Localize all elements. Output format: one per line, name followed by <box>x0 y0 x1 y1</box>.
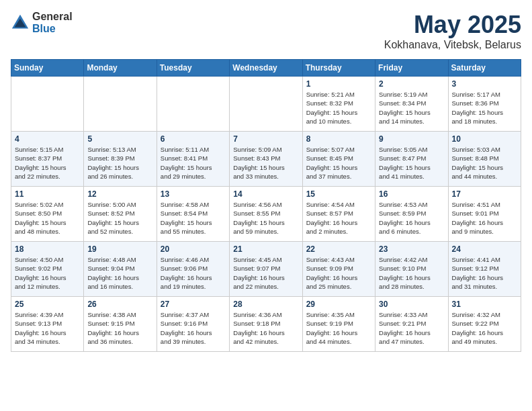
day-info: Sunrise: 4:54 AM Sunset: 8:57 PM Dayligh… <box>306 200 371 236</box>
day-info: Sunrise: 4:58 AM Sunset: 8:54 PM Dayligh… <box>161 200 226 236</box>
calendar-cell: 10Sunrise: 5:03 AM Sunset: 8:48 PM Dayli… <box>448 132 521 187</box>
day-number: 17 <box>452 189 517 199</box>
day-info: Sunrise: 5:09 AM Sunset: 8:43 PM Dayligh… <box>233 145 298 181</box>
day-info: Sunrise: 5:03 AM Sunset: 8:48 PM Dayligh… <box>452 145 517 181</box>
day-number: 16 <box>379 189 444 199</box>
calendar-cell: 5Sunrise: 5:13 AM Sunset: 8:39 PM Daylig… <box>84 132 157 187</box>
calendar-title: May 2025 <box>384 11 521 39</box>
header-thursday: Thursday <box>302 60 375 77</box>
day-info: Sunrise: 5:02 AM Sunset: 8:50 PM Dayligh… <box>15 200 80 236</box>
week-row-3: 11Sunrise: 5:02 AM Sunset: 8:50 PM Dayli… <box>11 187 521 242</box>
calendar-cell: 31Sunrise: 4:32 AM Sunset: 9:22 PM Dayli… <box>448 297 521 352</box>
calendar-cell: 11Sunrise: 5:02 AM Sunset: 8:50 PM Dayli… <box>11 187 84 242</box>
day-number: 11 <box>15 189 80 199</box>
week-row-5: 25Sunrise: 4:39 AM Sunset: 9:13 PM Dayli… <box>11 297 521 352</box>
day-number: 10 <box>452 134 517 144</box>
day-info: Sunrise: 4:37 AM Sunset: 9:16 PM Dayligh… <box>161 310 226 346</box>
day-number: 23 <box>379 244 444 254</box>
calendar-cell: 9Sunrise: 5:05 AM Sunset: 8:47 PM Daylig… <box>375 132 448 187</box>
calendar-cell: 14Sunrise: 4:56 AM Sunset: 8:55 PM Dayli… <box>230 187 302 242</box>
day-info: Sunrise: 4:35 AM Sunset: 9:19 PM Dayligh… <box>306 310 371 346</box>
day-number: 12 <box>87 189 152 199</box>
header-saturday: Saturday <box>448 60 521 77</box>
calendar-cell: 17Sunrise: 4:51 AM Sunset: 9:01 PM Dayli… <box>448 187 521 242</box>
calendar-cell: 30Sunrise: 4:33 AM Sunset: 9:21 PM Dayli… <box>375 297 448 352</box>
day-info: Sunrise: 5:15 AM Sunset: 8:37 PM Dayligh… <box>15 145 80 181</box>
calendar-cell: 7Sunrise: 5:09 AM Sunset: 8:43 PM Daylig… <box>230 132 302 187</box>
calendar-cell: 23Sunrise: 4:42 AM Sunset: 9:10 PM Dayli… <box>375 242 448 297</box>
calendar-location: Kokhanava, Vitebsk, Belarus <box>384 39 521 51</box>
calendar-cell: 6Sunrise: 5:11 AM Sunset: 8:41 PM Daylig… <box>157 132 229 187</box>
calendar-cell: 13Sunrise: 4:58 AM Sunset: 8:54 PM Dayli… <box>157 187 229 242</box>
calendar-cell: 26Sunrise: 4:38 AM Sunset: 9:15 PM Dayli… <box>84 297 157 352</box>
week-row-2: 4Sunrise: 5:15 AM Sunset: 8:37 PM Daylig… <box>11 132 521 187</box>
calendar-cell: 2Sunrise: 5:19 AM Sunset: 8:34 PM Daylig… <box>375 77 448 132</box>
calendar-cell: 12Sunrise: 5:00 AM Sunset: 8:52 PM Dayli… <box>84 187 157 242</box>
day-number: 20 <box>161 244 226 254</box>
day-info: Sunrise: 4:48 AM Sunset: 9:04 PM Dayligh… <box>87 255 152 291</box>
logo-general-text: General <box>32 11 73 23</box>
day-number: 8 <box>306 134 371 144</box>
day-info: Sunrise: 5:07 AM Sunset: 8:45 PM Dayligh… <box>306 145 371 181</box>
day-number: 3 <box>452 79 517 89</box>
day-info: Sunrise: 5:00 AM Sunset: 8:52 PM Dayligh… <box>87 200 152 236</box>
day-number: 1 <box>306 79 371 89</box>
day-info: Sunrise: 5:11 AM Sunset: 8:41 PM Dayligh… <box>161 145 226 181</box>
calendar-table: Sunday Monday Tuesday Wednesday Thursday… <box>11 59 521 352</box>
day-info: Sunrise: 4:56 AM Sunset: 8:55 PM Dayligh… <box>233 200 298 236</box>
day-number: 9 <box>379 134 444 144</box>
calendar-cell: 3Sunrise: 5:17 AM Sunset: 8:36 PM Daylig… <box>448 77 521 132</box>
calendar-cell: 27Sunrise: 4:37 AM Sunset: 9:16 PM Dayli… <box>157 297 229 352</box>
day-number: 22 <box>306 244 371 254</box>
page-header: General Blue May 2025 Kokhanava, Vitebsk… <box>11 11 521 51</box>
day-number: 25 <box>15 300 80 309</box>
calendar-cell: 25Sunrise: 4:39 AM Sunset: 9:13 PM Dayli… <box>11 297 84 352</box>
calendar-cell <box>84 77 157 132</box>
day-number: 30 <box>379 300 444 309</box>
header-wednesday: Wednesday <box>230 60 302 77</box>
day-number: 26 <box>87 300 152 309</box>
day-info: Sunrise: 4:53 AM Sunset: 8:59 PM Dayligh… <box>379 200 444 236</box>
calendar-cell: 8Sunrise: 5:07 AM Sunset: 8:45 PM Daylig… <box>302 132 375 187</box>
week-row-4: 18Sunrise: 4:50 AM Sunset: 9:02 PM Dayli… <box>11 242 521 297</box>
title-block: May 2025 Kokhanava, Vitebsk, Belarus <box>384 11 521 51</box>
day-number: 29 <box>306 300 371 309</box>
header-monday: Monday <box>84 60 157 77</box>
day-number: 21 <box>233 244 298 254</box>
calendar-cell <box>230 77 302 132</box>
day-info: Sunrise: 5:17 AM Sunset: 8:36 PM Dayligh… <box>452 90 517 126</box>
day-info: Sunrise: 4:50 AM Sunset: 9:02 PM Dayligh… <box>15 255 80 291</box>
day-info: Sunrise: 4:51 AM Sunset: 9:01 PM Dayligh… <box>452 200 517 236</box>
day-info: Sunrise: 4:42 AM Sunset: 9:10 PM Dayligh… <box>379 255 444 291</box>
day-info: Sunrise: 5:21 AM Sunset: 8:32 PM Dayligh… <box>306 90 371 126</box>
day-info: Sunrise: 4:39 AM Sunset: 9:13 PM Dayligh… <box>15 310 80 346</box>
calendar-cell: 16Sunrise: 4:53 AM Sunset: 8:59 PM Dayli… <box>375 187 448 242</box>
calendar-cell: 28Sunrise: 4:36 AM Sunset: 9:18 PM Dayli… <box>230 297 302 352</box>
weekday-header-row: Sunday Monday Tuesday Wednesday Thursday… <box>11 60 521 77</box>
week-row-1: 1Sunrise: 5:21 AM Sunset: 8:32 PM Daylig… <box>11 77 521 132</box>
day-info: Sunrise: 4:38 AM Sunset: 9:15 PM Dayligh… <box>87 310 152 346</box>
calendar-cell <box>11 77 84 132</box>
day-number: 24 <box>452 244 517 254</box>
calendar-cell: 15Sunrise: 4:54 AM Sunset: 8:57 PM Dayli… <box>302 187 375 242</box>
day-info: Sunrise: 4:33 AM Sunset: 9:21 PM Dayligh… <box>379 310 444 346</box>
day-number: 13 <box>161 189 226 199</box>
calendar-cell: 18Sunrise: 4:50 AM Sunset: 9:02 PM Dayli… <box>11 242 84 297</box>
day-number: 31 <box>452 300 517 309</box>
day-info: Sunrise: 5:05 AM Sunset: 8:47 PM Dayligh… <box>379 145 444 181</box>
day-info: Sunrise: 5:13 AM Sunset: 8:39 PM Dayligh… <box>87 145 152 181</box>
calendar-cell: 4Sunrise: 5:15 AM Sunset: 8:37 PM Daylig… <box>11 132 84 187</box>
day-info: Sunrise: 4:32 AM Sunset: 9:22 PM Dayligh… <box>452 310 517 346</box>
day-number: 4 <box>15 134 80 144</box>
day-number: 14 <box>233 189 298 199</box>
day-info: Sunrise: 4:41 AM Sunset: 9:12 PM Dayligh… <box>452 255 517 291</box>
day-number: 6 <box>161 134 226 144</box>
logo-icon <box>11 13 30 32</box>
calendar-cell: 29Sunrise: 4:35 AM Sunset: 9:19 PM Dayli… <box>302 297 375 352</box>
day-number: 18 <box>15 244 80 254</box>
calendar-cell: 22Sunrise: 4:43 AM Sunset: 9:09 PM Dayli… <box>302 242 375 297</box>
calendar-cell <box>157 77 229 132</box>
day-info: Sunrise: 4:46 AM Sunset: 9:06 PM Dayligh… <box>161 255 226 291</box>
calendar-cell: 21Sunrise: 4:45 AM Sunset: 9:07 PM Dayli… <box>230 242 302 297</box>
logo-blue-text: Blue <box>32 23 73 35</box>
